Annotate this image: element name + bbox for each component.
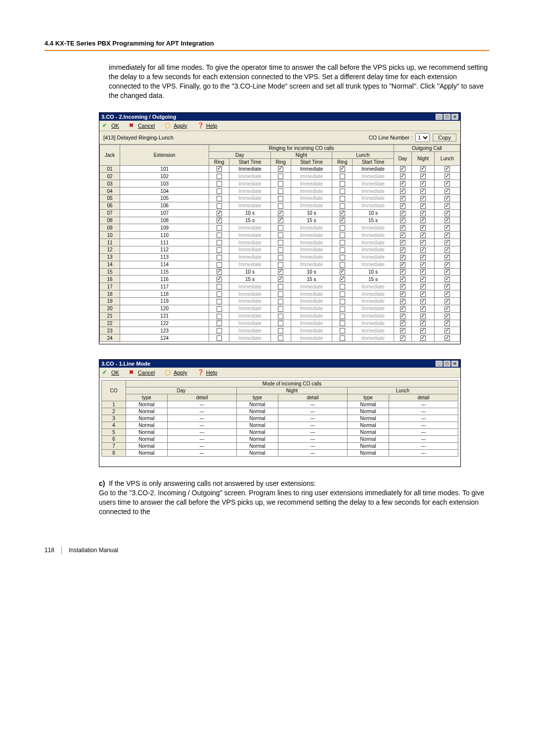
- checkbox[interactable]: [445, 269, 450, 275]
- cell-night-start[interactable]: Immediate: [291, 327, 332, 334]
- cell-lunch-start[interactable]: Immediate: [353, 224, 394, 232]
- checkbox[interactable]: [278, 240, 283, 245]
- checkbox[interactable]: [340, 174, 345, 179]
- checkbox[interactable]: [217, 166, 222, 172]
- checkbox[interactable]: [420, 218, 426, 223]
- cell-night-type[interactable]: Normal: [236, 408, 278, 415]
- checkbox[interactable]: [340, 218, 345, 223]
- cell-night-start[interactable]: Immediate: [291, 180, 332, 188]
- checkbox[interactable]: [340, 181, 345, 187]
- apply-button[interactable]: ◯Apply: [165, 122, 187, 129]
- cell-lunch-start[interactable]: Immediate: [353, 195, 394, 202]
- checkbox[interactable]: [217, 240, 222, 245]
- cell-night-type[interactable]: Normal: [236, 429, 278, 436]
- checkbox[interactable]: [278, 181, 283, 187]
- cell-day-start[interactable]: Immediate: [229, 261, 270, 268]
- cell-lunch-start[interactable]: Immediate: [353, 298, 394, 305]
- checkbox[interactable]: [278, 255, 283, 260]
- checkbox[interactable]: [340, 262, 345, 268]
- checkbox[interactable]: [340, 314, 345, 319]
- checkbox[interactable]: [278, 291, 283, 297]
- checkbox[interactable]: [420, 211, 426, 216]
- checkbox[interactable]: [400, 240, 405, 245]
- checkbox[interactable]: [420, 269, 426, 275]
- cell-night-detail[interactable]: ---: [278, 443, 347, 450]
- checkbox[interactable]: [217, 174, 222, 179]
- checkbox[interactable]: [400, 262, 405, 268]
- checkbox[interactable]: [217, 218, 222, 223]
- checkbox[interactable]: [420, 335, 426, 341]
- checkbox[interactable]: [278, 328, 283, 333]
- checkbox[interactable]: [420, 277, 426, 282]
- checkbox[interactable]: [278, 196, 283, 201]
- cell-lunch-start[interactable]: Immediate: [353, 253, 394, 261]
- checkbox[interactable]: [278, 218, 283, 223]
- checkbox[interactable]: [400, 255, 405, 260]
- cell-night-start[interactable]: 10 s: [291, 268, 332, 276]
- checkbox[interactable]: [340, 203, 345, 209]
- checkbox[interactable]: [445, 166, 450, 172]
- cell-night-detail[interactable]: ---: [278, 422, 347, 429]
- cell-day-start[interactable]: Immediate: [229, 312, 270, 320]
- checkbox[interactable]: [445, 203, 450, 209]
- cell-night-start[interactable]: Immediate: [291, 224, 332, 232]
- cell-lunch-start[interactable]: Immediate: [353, 202, 394, 209]
- cell-night-start[interactable]: Immediate: [291, 246, 332, 254]
- cell-lunch-start[interactable]: Immediate: [353, 290, 394, 298]
- cell-day-start[interactable]: 15 s: [229, 217, 270, 224]
- cell-night-start[interactable]: Immediate: [291, 283, 332, 290]
- cell-day-start[interactable]: Immediate: [229, 165, 270, 173]
- cell-day-start[interactable]: Immediate: [229, 290, 270, 298]
- cell-day-start[interactable]: 10 s: [229, 209, 270, 217]
- cell-lunch-start[interactable]: Immediate: [353, 165, 394, 173]
- cell-lunch-type[interactable]: Normal: [347, 401, 389, 408]
- cell-lunch-detail[interactable]: ---: [389, 415, 458, 422]
- cell-day-type[interactable]: Normal: [126, 443, 167, 450]
- cell-day-start[interactable]: Immediate: [229, 202, 270, 209]
- cell-night-start[interactable]: Immediate: [291, 312, 332, 320]
- checkbox[interactable]: [445, 306, 450, 312]
- checkbox[interactable]: [420, 284, 426, 289]
- checkbox[interactable]: [400, 174, 405, 179]
- checkbox[interactable]: [400, 218, 405, 223]
- minimize-icon[interactable]: _: [436, 114, 443, 120]
- cell-lunch-start[interactable]: 15 s: [353, 217, 394, 224]
- cell-night-start[interactable]: Immediate: [291, 202, 332, 209]
- checkbox[interactable]: [217, 247, 222, 253]
- checkbox[interactable]: [278, 233, 283, 238]
- cell-lunch-type[interactable]: Normal: [347, 408, 389, 415]
- cell-night-type[interactable]: Normal: [236, 401, 278, 408]
- checkbox[interactable]: [420, 314, 426, 319]
- checkbox[interactable]: [278, 277, 283, 282]
- checkbox[interactable]: [278, 335, 283, 341]
- checkbox[interactable]: [217, 233, 222, 238]
- checkbox[interactable]: [420, 247, 426, 253]
- checkbox[interactable]: [340, 240, 345, 245]
- checkbox[interactable]: [400, 203, 405, 209]
- checkbox[interactable]: [340, 211, 345, 216]
- checkbox[interactable]: [420, 255, 426, 260]
- maximize-icon[interactable]: □: [444, 361, 450, 367]
- checkbox[interactable]: [400, 196, 405, 201]
- checkbox[interactable]: [445, 225, 450, 231]
- cell-night-detail[interactable]: ---: [278, 408, 347, 415]
- cell-night-type[interactable]: Normal: [236, 415, 278, 422]
- checkbox[interactable]: [400, 314, 405, 319]
- cell-night-detail[interactable]: ---: [278, 415, 347, 422]
- cell-night-type[interactable]: Normal: [236, 443, 278, 450]
- checkbox[interactable]: [420, 189, 426, 194]
- minimize-icon[interactable]: _: [436, 361, 443, 367]
- checkbox[interactable]: [217, 196, 222, 201]
- cell-day-start[interactable]: Immediate: [229, 246, 270, 254]
- cell-day-type[interactable]: Normal: [126, 436, 167, 443]
- checkbox[interactable]: [217, 335, 222, 341]
- checkbox[interactable]: [445, 277, 450, 282]
- cell-lunch-start[interactable]: Immediate: [353, 180, 394, 188]
- checkbox[interactable]: [420, 233, 426, 238]
- checkbox[interactable]: [400, 189, 405, 194]
- checkbox[interactable]: [400, 269, 405, 275]
- checkbox[interactable]: [420, 166, 426, 172]
- checkbox[interactable]: [420, 328, 426, 333]
- cell-day-detail[interactable]: ---: [167, 401, 236, 408]
- checkbox[interactable]: [445, 284, 450, 289]
